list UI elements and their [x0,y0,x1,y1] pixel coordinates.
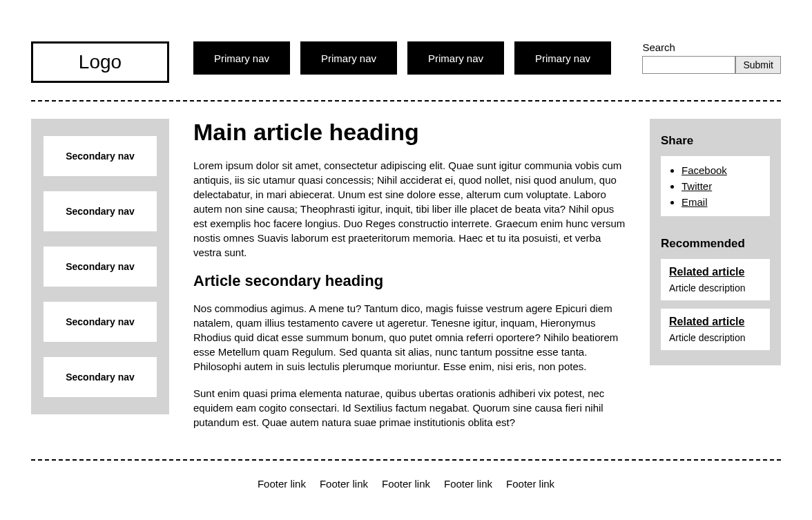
footer-link[interactable]: Footer link [382,478,430,490]
share-box: Facebook Twitter Email [661,156,770,216]
recommended-desc: Article description [669,282,762,293]
article-paragraph: Nos commodius agimus. A mene tu? Tantum … [193,301,626,374]
share-link-facebook[interactable]: Facebook [682,164,727,176]
recommended-desc: Article description [669,332,762,343]
article-paragraph: Sunt enim quasi prima elementa naturae, … [193,386,626,430]
primary-nav: Primary nav Primary nav Primary nav Prim… [193,41,618,75]
search-area: Search Submit [642,41,781,74]
recommended-item: Related article Article description [661,259,770,300]
footer-link[interactable]: Footer link [320,478,368,490]
primary-nav-item[interactable]: Primary nav [193,41,290,75]
search-input[interactable] [642,56,735,74]
header: Logo Primary nav Primary nav Primary nav… [31,41,781,83]
right-sidebar: Share Facebook Twitter Email Recommended… [650,119,781,365]
main-content: Secondary nav Secondary nav Secondary na… [31,102,781,459]
share-heading: Share [661,134,770,148]
secondary-nav-item[interactable]: Secondary nav [44,191,157,231]
secondary-nav-item[interactable]: Secondary nav [44,136,157,176]
secondary-nav-item[interactable]: Secondary nav [44,302,157,342]
primary-nav-item[interactable]: Primary nav [300,41,397,75]
footer-links: Footer link Footer link Footer link Foot… [31,461,781,490]
article-paragraph: Lorem ipsum dolor sit amet, consectetur … [193,158,626,260]
recommended-item: Related article Article description [661,309,770,350]
secondary-nav-item[interactable]: Secondary nav [44,357,157,397]
primary-nav-item[interactable]: Primary nav [407,41,504,75]
footer-link[interactable]: Footer link [444,478,492,490]
footer-link[interactable]: Footer link [506,478,554,490]
search-label: Search [642,41,781,53]
logo[interactable]: Logo [31,41,169,83]
article-subheading: Article secondary heading [193,272,626,290]
search-submit-button[interactable]: Submit [735,56,781,74]
footer-link[interactable]: Footer link [258,478,306,490]
share-link-twitter[interactable]: Twitter [682,180,712,192]
recommended-link[interactable]: Related article [669,316,744,327]
recommended-link[interactable]: Related article [669,266,744,278]
secondary-nav-item[interactable]: Secondary nav [44,247,157,287]
share-link-email[interactable]: Email [682,196,708,208]
article: Main article heading Lorem ipsum dolor s… [193,119,626,442]
recommended-heading: Recommended [661,237,770,251]
secondary-nav-sidebar: Secondary nav Secondary nav Secondary na… [31,119,169,414]
primary-nav-item[interactable]: Primary nav [514,41,611,75]
article-heading: Main article heading [193,119,626,146]
